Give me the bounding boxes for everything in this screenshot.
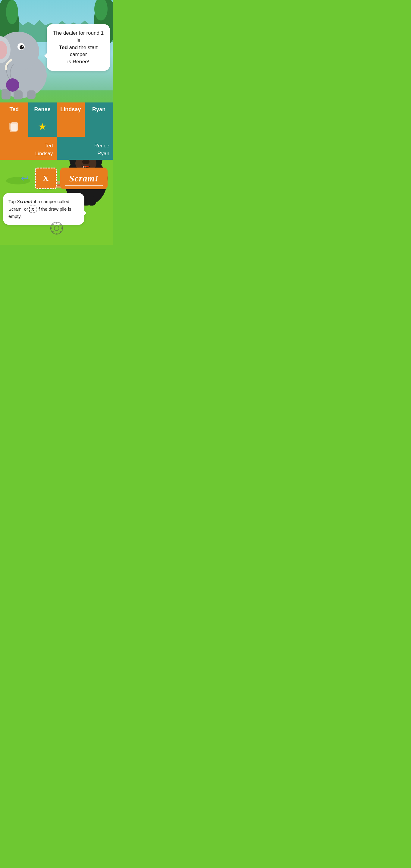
score-left: Ted Lindsay — [0, 137, 57, 160]
speech-dealer: Ted — [59, 44, 68, 50]
instr-scram-word: Scram! — [17, 198, 33, 204]
card-icon-row: ★ — [0, 116, 113, 137]
speech-line2: and the start camper — [68, 44, 98, 58]
svg-rect-46 — [56, 233, 57, 235]
undo-button[interactable]: ↩ — [18, 172, 31, 185]
game-screen: The dealer for round 1 is Ted and the st… — [0, 0, 113, 245]
svg-rect-15 — [27, 90, 36, 99]
player-tabs: Ted Renee Lindsay Ryan — [0, 102, 113, 116]
tab-ted[interactable]: Ted — [0, 102, 28, 116]
tab-ryan[interactable]: Ryan — [85, 102, 113, 116]
undo-icon: ↩ — [21, 173, 29, 184]
settings-button[interactable] — [49, 221, 64, 236]
score-ryan: Ryan — [60, 150, 110, 158]
svg-rect-48 — [61, 227, 63, 229]
speech-camper: Renee — [73, 59, 88, 64]
svg-point-11 — [20, 45, 24, 50]
x-button[interactable]: X — [35, 167, 57, 189]
action-row: ↩ X Scram! — [18, 165, 113, 192]
scram-button[interactable]: Scram! — [60, 167, 107, 189]
svg-rect-19 — [9, 123, 10, 130]
svg-point-16 — [6, 79, 19, 92]
card-ryan — [85, 116, 113, 137]
speech-line4: ! — [88, 59, 90, 64]
speech-line3: is — [67, 59, 73, 64]
score-right: Renee Ryan — [57, 137, 113, 160]
score-ted: Ted — [4, 142, 53, 150]
svg-point-44 — [54, 226, 59, 230]
tab-lindsay[interactable]: Lindsay — [57, 102, 85, 116]
instruction-bubble: Tap Scram! if a camper called Scram! or … — [3, 193, 84, 225]
speech-line1: The dealer for round 1 is — [53, 30, 104, 43]
speech-bubble: The dealer for round 1 is Ted and the st… — [47, 24, 110, 71]
instr-part1: Tap — [8, 199, 17, 204]
x-button-label: X — [43, 174, 49, 183]
scores-row: Ted Lindsay Renee Ryan — [0, 137, 113, 160]
score-lindsay: Lindsay — [4, 150, 53, 158]
score-renee: Renee — [60, 142, 110, 150]
tab-renee[interactable]: Renee — [28, 102, 57, 116]
scram-button-label: Scram! — [69, 173, 99, 184]
svg-rect-14 — [13, 90, 23, 99]
svg-rect-45 — [56, 222, 57, 224]
card-renee: ★ — [28, 116, 57, 137]
card-ted — [0, 116, 28, 137]
svg-rect-47 — [50, 227, 52, 229]
instr-x-word: X — [29, 206, 36, 213]
svg-point-37 — [82, 159, 90, 164]
svg-point-12 — [22, 46, 23, 47]
card-lindsay — [57, 116, 85, 137]
svg-rect-18 — [11, 122, 18, 131]
svg-rect-42 — [87, 196, 96, 206]
